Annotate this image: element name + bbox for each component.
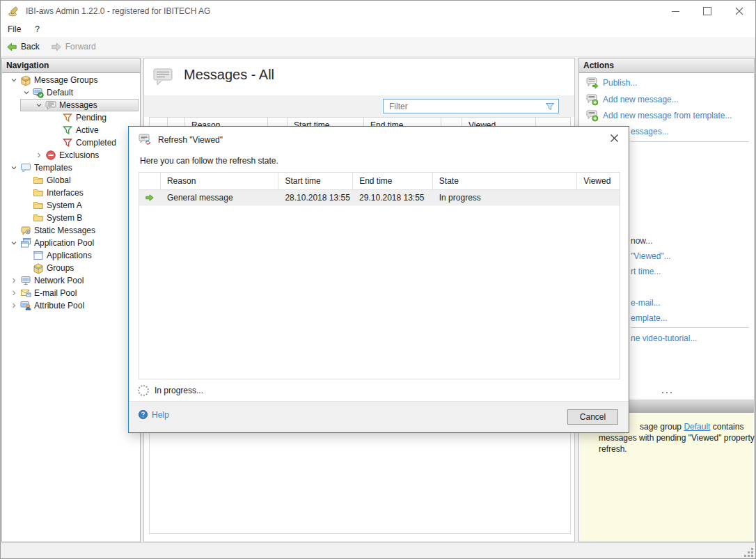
navigation-tree: Message Groups Default Messages Pending — [2, 74, 140, 542]
column-state[interactable]: State — [433, 173, 577, 189]
nav-item-system-a[interactable]: System A — [2, 199, 140, 212]
groups-box-icon — [33, 262, 44, 274]
action-fragment-messages[interactable]: essages... — [631, 127, 669, 136]
menu-file[interactable]: File — [1, 24, 28, 34]
minus-circle-icon — [45, 150, 56, 161]
nav-item-groups[interactable]: Groups — [2, 262, 140, 274]
attribute-icon — [20, 300, 31, 311]
nav-label: Global — [47, 175, 71, 185]
cell-reason: General message — [161, 190, 279, 205]
dialog-status-row: In progress... — [138, 385, 203, 396]
resize-grip-icon[interactable] — [745, 548, 753, 556]
nav-label: Templates — [34, 163, 72, 173]
chevron-down-icon[interactable] — [33, 100, 45, 110]
cancel-button[interactable]: Cancel — [567, 409, 618, 425]
nav-item-email-pool[interactable]: E-mail Pool — [2, 287, 140, 299]
default-link[interactable]: Default — [684, 422, 710, 432]
nav-item-completed[interactable]: Completed — [2, 136, 140, 149]
chevron-right-icon[interactable] — [33, 150, 45, 160]
action-add-message-from-template[interactable]: Add new message from template... — [586, 108, 732, 123]
action-fragment-template[interactable]: emplate... — [631, 313, 668, 323]
column-icon[interactable] — [139, 173, 161, 189]
action-fragment-video-tutorial[interactable]: ne video-tutorial... — [631, 333, 697, 343]
maximize-button[interactable] — [691, 1, 723, 22]
action-fragment-start-time[interactable]: rt time... — [631, 267, 661, 276]
green-arrow-icon — [145, 193, 155, 203]
chevron-right-icon[interactable] — [8, 301, 20, 310]
action-fragment-now[interactable]: now... — [631, 236, 652, 246]
nav-item-applications[interactable]: Applications — [2, 249, 140, 262]
nav-item-pending[interactable]: Pending — [2, 111, 140, 124]
publish-message-icon — [586, 77, 599, 89]
window-title: IBI-aws Admin 1.22.0 - registered for IB… — [26, 6, 210, 16]
network-icon — [20, 275, 31, 286]
nav-item-exclusions[interactable]: Exclusions — [2, 149, 140, 162]
close-button[interactable] — [723, 1, 755, 22]
dialog-close-icon[interactable] — [608, 132, 620, 144]
nav-item-messages[interactable]: Messages — [2, 99, 140, 111]
folder-icon — [33, 212, 44, 223]
action-publish[interactable]: Publish... — [586, 75, 637, 90]
chevron-right-icon[interactable] — [8, 276, 20, 285]
nav-item-system-b[interactable]: System B — [2, 212, 140, 224]
column-reason[interactable]: Reason — [161, 173, 279, 189]
action-add-message[interactable]: Add new message... — [586, 92, 679, 107]
nav-label: Pending — [76, 113, 107, 123]
forward-button[interactable]: Forward — [45, 38, 102, 55]
dialog-status-text: In progress... — [155, 386, 203, 395]
chevron-spacer — [20, 175, 33, 185]
nav-item-global[interactable]: Global — [2, 174, 140, 187]
info-line-2: messages with pending "Viewed" property — [599, 433, 755, 444]
info-line-1: sage group Default contains — [640, 422, 743, 433]
menu-help[interactable]: ? — [28, 24, 47, 34]
funnel-red-icon — [62, 137, 73, 148]
filter-funnel-icon[interactable] — [544, 101, 556, 112]
column-viewed[interactable]: Viewed — [577, 173, 620, 189]
menu-bar: File ? — [1, 22, 755, 38]
action-label: Add new message from template... — [603, 111, 732, 120]
chevron-spacer — [20, 213, 33, 223]
nav-item-message-groups[interactable]: Message Groups — [2, 74, 140, 86]
cell-viewed — [577, 190, 620, 205]
nav-item-active[interactable]: Active — [2, 124, 140, 136]
filter-input[interactable] — [384, 100, 545, 113]
back-button[interactable]: Back — [1, 38, 45, 55]
info-text: contains — [710, 422, 743, 432]
add-message-icon — [586, 93, 599, 106]
funnel-green-icon — [62, 125, 73, 136]
chevron-spacer — [49, 113, 62, 123]
nav-item-static-messages[interactable]: Static Messages — [2, 224, 140, 237]
actions-header: Actions — [579, 58, 754, 73]
chevron-right-icon[interactable] — [8, 288, 20, 298]
nav-item-network-pool[interactable]: Network Pool — [2, 274, 140, 287]
splitter-grip-icon[interactable] — [662, 392, 672, 393]
table-row[interactable]: General message 28.10.2018 13:55 29.10.2… — [139, 190, 620, 206]
actions-separator — [631, 327, 749, 328]
app-icon — [8, 5, 20, 17]
spinner-icon — [138, 385, 149, 396]
chevron-spacer — [49, 138, 62, 148]
action-fragment-email[interactable]: e-mail... — [631, 298, 661, 308]
nav-label: System A — [47, 200, 82, 210]
status-bar — [1, 542, 755, 558]
nav-item-interfaces[interactable]: Interfaces — [2, 187, 140, 199]
minimize-button[interactable] — [659, 1, 691, 22]
static-messages-icon — [20, 225, 31, 236]
nav-item-attribute-pool[interactable]: Attribute Pool — [2, 299, 140, 312]
nav-item-default[interactable]: Default — [2, 86, 140, 99]
refresh-viewed-dialog: Refresh "Viewed" Here you can follow the… — [128, 126, 629, 433]
help-link[interactable]: Help — [138, 409, 169, 420]
column-end-time[interactable]: End time — [353, 173, 433, 189]
action-fragment-viewed[interactable]: "Viewed"... — [631, 251, 671, 261]
nav-item-templates[interactable]: Templates — [2, 162, 140, 174]
chevron-down-icon[interactable] — [20, 88, 33, 97]
cell-end-time: 29.10.2018 13:55 — [353, 190, 433, 205]
chevron-spacer — [8, 226, 20, 235]
nav-item-application-pool[interactable]: Application Pool — [2, 237, 140, 249]
chevron-down-icon[interactable] — [8, 238, 20, 248]
filter-box — [383, 99, 559, 113]
column-start-time[interactable]: Start time — [278, 173, 353, 189]
chevron-down-icon[interactable] — [8, 75, 20, 85]
chevron-down-icon[interactable] — [8, 163, 20, 173]
messages-page-icon — [153, 68, 174, 86]
